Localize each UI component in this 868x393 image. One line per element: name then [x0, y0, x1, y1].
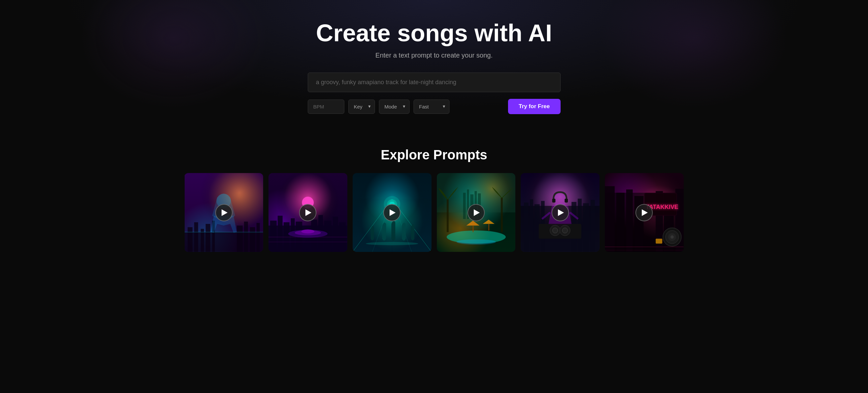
prompt-card-3[interactable]	[353, 173, 432, 252]
play-icon-2	[305, 209, 311, 216]
svg-point-87	[671, 236, 674, 239]
svg-point-28	[302, 230, 314, 234]
prompt-card-1[interactable]	[185, 173, 264, 252]
play-button-3[interactable]	[383, 204, 401, 221]
svg-rect-65	[552, 199, 556, 203]
explore-section: Explore Prompts	[0, 127, 868, 265]
explore-title: Explore Prompts	[381, 147, 487, 162]
search-container: a groovy, funky amapiano track for late-…	[308, 72, 561, 92]
mode-select[interactable]: Mode Major Minor	[379, 99, 409, 114]
play-icon-3	[390, 209, 396, 216]
svg-rect-17	[278, 216, 283, 251]
svg-rect-3	[194, 222, 198, 252]
play-icon-5	[558, 209, 564, 216]
play-icon-4	[474, 209, 480, 216]
svg-rect-2	[188, 227, 193, 252]
svg-rect-16	[270, 221, 277, 252]
svg-rect-10	[256, 223, 260, 252]
svg-rect-23	[324, 221, 332, 252]
prompt-card-4[interactable]	[437, 173, 516, 252]
svg-point-71	[562, 228, 567, 233]
play-button-1[interactable]	[215, 204, 232, 221]
prompts-grid: TATAKKIVE	[185, 173, 684, 252]
key-select-wrapper: Key C C# D D# E F G A B ▼	[348, 99, 375, 114]
prompt-card-2[interactable]	[269, 173, 347, 252]
svg-rect-49	[501, 198, 503, 232]
svg-rect-7	[237, 225, 243, 252]
bpm-input[interactable]	[308, 99, 344, 114]
play-button-6[interactable]	[636, 204, 653, 221]
svg-point-39	[366, 242, 418, 245]
hero-section: Create songs with AI Enter a text prompt…	[0, 0, 868, 127]
speed-select[interactable]: Fast Medium Slow	[413, 99, 450, 114]
play-icon-6	[642, 209, 648, 216]
svg-rect-66	[565, 199, 568, 203]
page-title: Create songs with AI	[316, 20, 552, 46]
svg-rect-75	[616, 193, 624, 252]
page-subtitle: Enter a text prompt to create your song.	[375, 52, 492, 59]
prompt-input[interactable]: a groovy, funky amapiano track for late-…	[308, 72, 561, 92]
play-button-2[interactable]	[299, 204, 316, 221]
svg-rect-63	[591, 200, 595, 252]
prompt-card-6[interactable]: TATAKKIVE	[605, 173, 684, 252]
svg-point-69	[553, 228, 558, 233]
svg-point-53	[457, 239, 496, 245]
svg-rect-51	[472, 225, 473, 232]
svg-rect-5	[206, 224, 211, 252]
svg-rect-24	[333, 217, 338, 252]
svg-rect-8	[244, 222, 248, 252]
svg-rect-88	[656, 239, 662, 244]
mode-select-wrapper: Mode Major Minor ▼	[379, 99, 409, 114]
svg-rect-56	[524, 203, 529, 252]
svg-rect-57	[530, 199, 533, 252]
play-icon-1	[222, 209, 227, 216]
svg-rect-9	[250, 227, 255, 252]
svg-rect-74	[605, 186, 615, 252]
svg-rect-43	[463, 193, 465, 219]
svg-rect-62	[583, 203, 589, 252]
svg-rect-48	[446, 199, 448, 232]
speed-select-wrapper: Fast Medium Slow ▼	[413, 99, 450, 114]
try-for-free-button[interactable]: Try for Free	[508, 99, 561, 114]
svg-rect-52	[488, 224, 489, 231]
controls-row: Key C C# D D# E F G A B ▼ Mode Major Min…	[308, 99, 561, 114]
svg-rect-76	[626, 189, 633, 251]
key-select[interactable]: Key C C# D D# E F G A B	[348, 99, 375, 114]
play-button-5[interactable]	[552, 204, 569, 221]
play-button-4[interactable]	[467, 204, 485, 221]
prompt-card-5[interactable]	[521, 173, 599, 252]
